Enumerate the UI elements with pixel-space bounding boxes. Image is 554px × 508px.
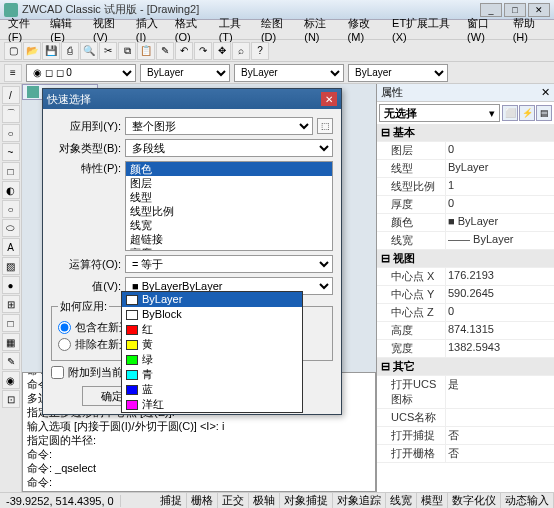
menu-item[interactable]: 修改(M) [344, 14, 386, 45]
prop-category[interactable]: ⊟ 其它 [377, 358, 554, 375]
color-option[interactable]: ByLayer [122, 292, 302, 307]
layer-manager-icon[interactable]: ≡ [4, 64, 22, 82]
preview-icon[interactable]: 🔍 [80, 42, 98, 60]
prop-value[interactable]: ByLayer [445, 160, 554, 177]
draw-tool-button[interactable]: ✎ [2, 352, 20, 370]
property-list-item[interactable]: 高度 [126, 246, 332, 251]
draw-tool-button[interactable]: ▦ [2, 333, 20, 351]
lineweight-select[interactable]: ByLayer [348, 64, 448, 82]
color-option[interactable]: ByBlock [122, 307, 302, 322]
draw-tool-button[interactable]: ⌒ [2, 105, 20, 123]
color-select[interactable]: ByLayer [140, 64, 230, 82]
help-icon[interactable]: ? [251, 42, 269, 60]
draw-tool-button[interactable]: □ [2, 314, 20, 332]
color-option[interactable]: 洋红 [122, 397, 302, 412]
object-type-select[interactable]: 多段线 [125, 139, 333, 157]
prop-value[interactable]: 否 [445, 445, 554, 462]
redo-icon[interactable]: ↷ [194, 42, 212, 60]
prop-value[interactable]: 1 [445, 178, 554, 195]
undo-icon[interactable]: ↶ [175, 42, 193, 60]
prop-value[interactable]: ■ ByLayer [445, 214, 554, 231]
select-objects-icon[interactable]: ⬜ [502, 105, 518, 121]
menu-item[interactable]: 格式(O) [171, 14, 213, 45]
print-icon[interactable]: ⎙ [61, 42, 79, 60]
menu-item[interactable]: 工具(T) [215, 14, 255, 45]
apply-to-select[interactable]: 整个图形 [125, 117, 313, 135]
property-list-item[interactable]: 超链接 [126, 232, 332, 246]
menu-item[interactable]: 编辑(E) [46, 14, 87, 45]
prop-value[interactable]: 1382.5943 [445, 340, 554, 357]
status-toggle[interactable]: 对象追踪 [333, 493, 386, 508]
value-dropdown[interactable]: ByLayerByBlock红黄绿青蓝洋红 [121, 291, 303, 413]
draw-tool-button[interactable]: ◐ [2, 181, 20, 199]
zoom-icon[interactable]: ⌕ [232, 42, 250, 60]
menu-item[interactable]: 窗口(W) [463, 14, 507, 45]
menu-item[interactable]: 帮助(H) [509, 14, 550, 45]
color-option[interactable]: 蓝 [122, 382, 302, 397]
selection-combo[interactable]: 无选择▾ [379, 104, 500, 122]
open-icon[interactable]: 📂 [23, 42, 41, 60]
color-option[interactable]: 绿 [122, 352, 302, 367]
property-list-item[interactable]: 线宽 [126, 218, 332, 232]
dialog-close-button[interactable]: ✕ [321, 92, 337, 106]
color-option[interactable]: 红 [122, 322, 302, 337]
paste-icon[interactable]: 📋 [137, 42, 155, 60]
status-toggle[interactable]: 数字化仪 [448, 493, 501, 508]
prop-value[interactable]: 0 [445, 142, 554, 159]
prop-value[interactable]: 874.1315 [445, 322, 554, 339]
property-list-item[interactable]: 颜色 [126, 162, 332, 176]
status-toggle[interactable]: 模型 [417, 493, 448, 508]
toggle-icon[interactable]: ▤ [536, 105, 552, 121]
draw-tool-button[interactable]: ○ [2, 200, 20, 218]
status-toggle[interactable]: 正交 [218, 493, 249, 508]
draw-tool-button[interactable]: ○ [2, 124, 20, 142]
operator-select[interactable]: = 等于 [125, 255, 333, 273]
prop-value[interactable]: 是 [445, 376, 554, 408]
prop-value[interactable]: 0 [445, 304, 554, 321]
menu-item[interactable]: 文件(F) [4, 14, 44, 45]
draw-tool-button[interactable]: ⬭ [2, 219, 20, 237]
prop-value[interactable] [445, 409, 554, 426]
menu-item[interactable]: 绘图(D) [257, 14, 298, 45]
draw-tool-button[interactable]: ⊡ [2, 390, 20, 408]
draw-tool-button[interactable]: ◉ [2, 371, 20, 389]
quick-select-icon[interactable]: ⚡ [519, 105, 535, 121]
layer-select[interactable]: ◉ ◻ ◻ 0 [26, 64, 136, 82]
match-icon[interactable]: ✎ [156, 42, 174, 60]
save-icon[interactable]: 💾 [42, 42, 60, 60]
draw-tool-button[interactable]: / [2, 86, 20, 104]
draw-tool-button[interactable]: ⊞ [2, 295, 20, 313]
prop-value[interactable]: 176.2193 [445, 268, 554, 285]
property-list-item[interactable]: 图层 [126, 176, 332, 190]
prop-category[interactable]: ⊟ 基本 [377, 124, 554, 141]
prop-value[interactable]: 590.2645 [445, 286, 554, 303]
status-toggle[interactable]: 线宽 [386, 493, 417, 508]
status-toggle[interactable]: 捕捉 [156, 493, 187, 508]
menu-item[interactable]: 视图(V) [89, 14, 130, 45]
status-toggle[interactable]: 动态输入 [501, 493, 554, 508]
color-option[interactable]: 青 [122, 367, 302, 382]
menu-item[interactable]: ET扩展工具(X) [388, 14, 461, 45]
linetype-select[interactable]: ByLayer [234, 64, 344, 82]
draw-tool-button[interactable]: ▨ [2, 257, 20, 275]
draw-tool-button[interactable]: A [2, 238, 20, 256]
status-toggle[interactable]: 极轴 [249, 493, 280, 508]
menu-item[interactable]: 标注(N) [300, 14, 341, 45]
new-icon[interactable]: ▢ [4, 42, 22, 60]
prop-value[interactable]: 否 [445, 427, 554, 444]
cut-icon[interactable]: ✂ [99, 42, 117, 60]
status-toggle[interactable]: 对象捕捉 [280, 493, 333, 508]
draw-tool-button[interactable]: ● [2, 276, 20, 294]
prop-value[interactable]: 0 [445, 196, 554, 213]
prop-value[interactable]: —— ByLayer [445, 232, 554, 249]
status-toggle[interactable]: 栅格 [187, 493, 218, 508]
property-listbox[interactable]: 颜色图层线型线型比例线宽超链接高度顶点 X 坐标顶点 Y 坐标标高面积 [125, 161, 333, 251]
property-list-item[interactable]: 线型比例 [126, 204, 332, 218]
color-option[interactable]: 黄 [122, 337, 302, 352]
copy-icon[interactable]: ⧉ [118, 42, 136, 60]
draw-tool-button[interactable]: □ [2, 162, 20, 180]
property-list-item[interactable]: 线型 [126, 190, 332, 204]
draw-tool-button[interactable]: ~ [2, 143, 20, 161]
select-objects-button[interactable]: ⬚ [317, 118, 333, 134]
menu-item[interactable]: 插入(I) [132, 14, 169, 45]
